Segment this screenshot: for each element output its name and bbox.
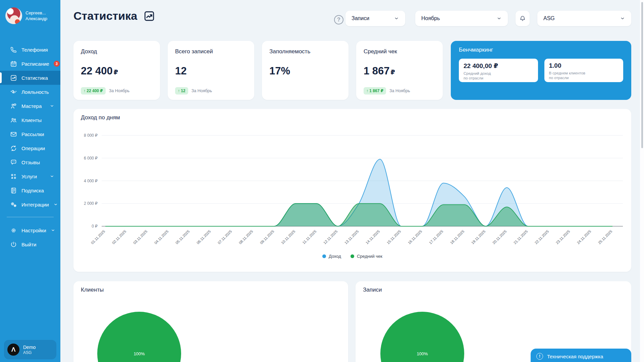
- stat-card-title: Средний чек: [364, 48, 435, 55]
- sidebar-item-clients[interactable]: Клиенты: [0, 113, 60, 127]
- svg-text:11.11.2025: 11.11.2025: [302, 229, 317, 245]
- sidebar-item-handshake[interactable]: Лояльность: [0, 85, 60, 99]
- svg-text:24.11.2025: 24.11.2025: [576, 229, 592, 245]
- sidebar-item-reviews[interactable]: Отзывы: [0, 155, 60, 169]
- user-name: Сергеев... Александр: [25, 10, 47, 21]
- legend-item[interactable]: Доход: [322, 254, 341, 259]
- workspace-switcher[interactable]: Λ Demo ASG: [4, 340, 56, 359]
- svg-text:21.11.2025: 21.11.2025: [513, 229, 529, 245]
- legend-dot: [322, 254, 326, 258]
- mail-icon: [10, 131, 17, 138]
- handshake-icon: [10, 88, 17, 96]
- stat-card-value: 12: [175, 65, 187, 77]
- sidebar-item-label: Расписание: [21, 61, 49, 67]
- svg-text:05.11.2025: 05.11.2025: [175, 229, 191, 245]
- sidebar-item-label: Отзывы: [21, 160, 54, 165]
- sidebar-item-master[interactable]: Мастера: [0, 99, 60, 113]
- sidebar-item-stats[interactable]: Статистика: [0, 71, 60, 85]
- trend-badge: ↑ 22 400 ₽: [81, 87, 106, 95]
- operations-icon: [10, 145, 17, 152]
- svg-text:18.11.2025: 18.11.2025: [449, 229, 465, 245]
- stat-card-title: Всего записей: [175, 48, 247, 55]
- sidebar-item-settings[interactable]: Настройки: [0, 223, 60, 237]
- svg-text:17.11.2025: 17.11.2025: [428, 229, 444, 245]
- sidebar-item-operations[interactable]: Операции: [0, 141, 60, 155]
- stat-card-title: Доход: [81, 48, 153, 55]
- svg-text:03.11.2025: 03.11.2025: [132, 229, 148, 245]
- sidebar-item-label: Выйти: [21, 242, 54, 247]
- user-profile[interactable]: Сергеев... Александр: [5, 7, 47, 24]
- phone-icon: [10, 46, 17, 53]
- period-label: За Ноябрь: [192, 88, 212, 93]
- svg-text:25.11.2025: 25.11.2025: [597, 229, 613, 245]
- svg-text:15.11.2025: 15.11.2025: [386, 229, 402, 245]
- stat-card: Всего записей 12 ↑ 12 За Ноябрь: [168, 41, 254, 100]
- sidebar-item-label: Статистика: [21, 75, 54, 81]
- chevron-down-icon: [50, 104, 54, 108]
- calendar-icon: [10, 60, 17, 67]
- stat-card-title: Заполняемость: [269, 48, 341, 55]
- svg-text:07.11.2025: 07.11.2025: [217, 229, 233, 245]
- trend-badge: ↑ 1 867 ₽: [364, 87, 386, 95]
- svg-text:20.11.2025: 20.11.2025: [492, 229, 507, 245]
- clients-pie-chart: 100%: [97, 312, 181, 362]
- sidebar-item-label: Интеграции: [21, 202, 49, 207]
- workspace-logo: Λ: [7, 344, 19, 356]
- legend-item[interactable]: Средний чек: [351, 254, 382, 259]
- sidebar-item-mail[interactable]: Рассылки: [0, 127, 60, 141]
- scrollbar-thumb[interactable]: [641, 2, 643, 148]
- bell-icon: [519, 15, 526, 22]
- stat-card: Доход 22 400₽ ↑ 22 400 ₽ За Ноябрь: [73, 41, 160, 100]
- trend-badge: ↑ 12: [175, 87, 188, 95]
- settings-icon: [10, 227, 17, 234]
- subscription-icon: [10, 187, 17, 194]
- svg-text:13.11.2025: 13.11.2025: [344, 229, 360, 245]
- account-select[interactable]: ASG: [537, 11, 631, 26]
- user-name-line2: Александр: [25, 16, 47, 21]
- month-select[interactable]: Ноябрь: [415, 11, 508, 26]
- logout-icon: [10, 241, 17, 248]
- svg-text:01.11.2025: 01.11.2025: [90, 229, 106, 245]
- pie-percent-label: 100%: [417, 351, 428, 356]
- stat-card-value: 22 400₽: [81, 65, 118, 77]
- tech-support-button[interactable]: ! Техническая поддержка: [531, 349, 631, 362]
- sidebar-item-phone[interactable]: Телефония: [0, 43, 60, 57]
- sidebar-item-label: Операции: [21, 145, 54, 151]
- help-icon[interactable]: ?: [334, 15, 343, 24]
- svg-text:06.11.2025: 06.11.2025: [196, 229, 212, 245]
- svg-text:04.11.2025: 04.11.2025: [154, 229, 169, 245]
- scrollbar-track[interactable]: [640, 0, 644, 362]
- svg-text:14.11.2025: 14.11.2025: [365, 229, 381, 245]
- sidebar-item-label: Мастера: [21, 103, 45, 109]
- avatar: [5, 7, 22, 24]
- svg-text:02.11.2025: 02.11.2025: [111, 229, 127, 245]
- svg-text:19.11.2025: 19.11.2025: [471, 229, 486, 245]
- period-label: За Ноябрь: [109, 88, 129, 93]
- chart-legend: ДоходСредний чек: [73, 254, 631, 259]
- sidebar-item-calendar[interactable]: Расписание 3: [0, 57, 60, 71]
- svg-text:09.11.2025: 09.11.2025: [259, 229, 275, 245]
- period-label: За Ноябрь: [389, 88, 410, 93]
- records-pie-chart: 100%: [380, 312, 464, 362]
- chevron-down-icon: [394, 16, 399, 21]
- sidebar-item-label: Услуги: [21, 174, 45, 179]
- svg-text:22.11.2025: 22.11.2025: [534, 229, 550, 245]
- sidebar-item-label: Клиенты: [21, 117, 54, 123]
- sidebar-item-integrations[interactable]: Интеграции: [0, 197, 60, 212]
- chevron-down-icon: [496, 16, 502, 21]
- svg-text:16.11.2025: 16.11.2025: [407, 229, 423, 245]
- stats-icon: [10, 74, 17, 81]
- legend-dot: [351, 254, 354, 258]
- pie-percent-label: 100%: [133, 351, 145, 356]
- pie-card-title: Записи: [363, 287, 382, 293]
- records-select[interactable]: Записи: [345, 11, 405, 26]
- sidebar-item-label: Настройки: [21, 228, 46, 233]
- user-name-line1: Сергеев...: [25, 10, 47, 16]
- stat-card: Заполняемость 17%: [262, 41, 348, 100]
- notifications-button[interactable]: [516, 11, 530, 26]
- chevron-down-icon: [51, 228, 55, 233]
- sidebar-item-services[interactable]: Услуги: [0, 169, 60, 183]
- sidebar-item-logout[interactable]: Выйти: [0, 237, 60, 251]
- svg-text:10.11.2025: 10.11.2025: [280, 229, 296, 245]
- sidebar-item-subscription[interactable]: Подписка: [0, 183, 60, 197]
